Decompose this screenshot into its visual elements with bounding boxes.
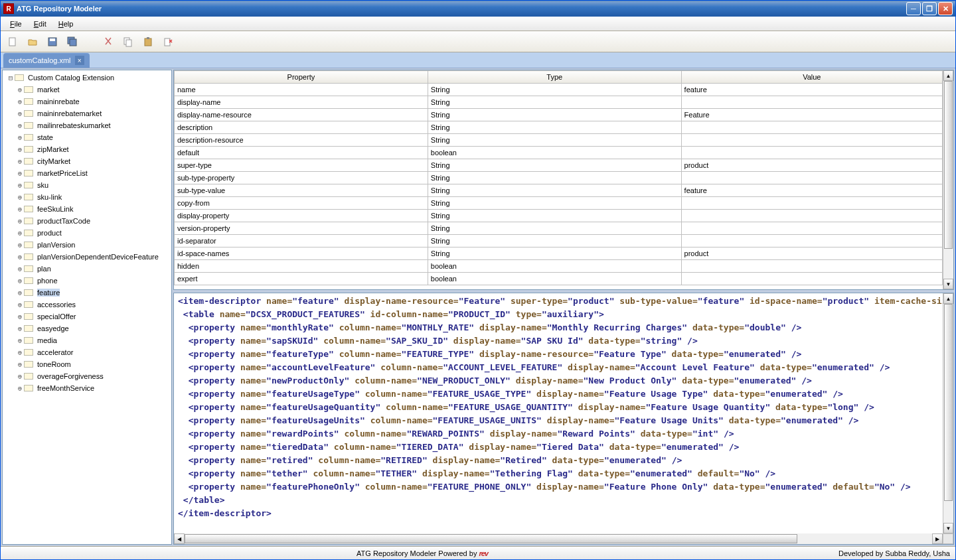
paste-icon[interactable] [141,35,155,48]
table-row[interactable]: id-separatorString [175,235,943,247]
source-line[interactable]: <property name="rewardPoints" column-nam… [178,427,939,441]
cell-type[interactable]: String [428,222,681,235]
tree-toggle-icon[interactable]: ⊕ [16,193,24,202]
tree-item-planVersion[interactable]: ⊕planVersion [13,239,170,251]
table-row[interactable]: sub-type-valueStringfeature [175,184,943,197]
cell-value[interactable] [681,235,942,247]
source-line[interactable]: <property name="tether" column-name="TET… [178,467,939,480]
table-row[interactable]: display-nameString [175,96,943,109]
menu-file[interactable]: File [5,19,27,29]
cell-value[interactable] [681,222,942,235]
close-button[interactable]: ✕ [938,2,953,15]
source-line[interactable]: <property name="accountLevelFeature" col… [178,361,939,374]
cell-type[interactable]: boolean [428,273,681,285]
tree-item-toneRoom[interactable]: ⊕toneRoom [13,358,170,370]
cell-value[interactable]: Feature [681,109,942,121]
cell-property[interactable]: display-property [175,210,428,222]
tree-item-media[interactable]: ⊕media [13,334,170,346]
cell-property[interactable]: description [175,121,428,134]
menu-help[interactable]: Help [53,19,79,29]
cell-property[interactable]: sub-type-property [175,172,428,184]
tree-toggle-icon[interactable]: ⊕ [16,157,24,166]
source-line[interactable]: <property name="sapSKUId" column-name="S… [178,334,939,348]
copy-icon[interactable] [121,35,135,48]
col-value[interactable]: Value [681,71,942,84]
source-line[interactable]: <property name="tieredData" column-name=… [178,441,939,454]
tree-toggle-icon[interactable]: ⊕ [16,372,24,381]
tree-item-overageForgiveness[interactable]: ⊕overageForgiveness [13,370,170,382]
tree-item-sku[interactable]: ⊕sku [13,179,170,191]
tree-toggle-icon[interactable]: ⊕ [16,277,24,285]
tree-toggle-icon[interactable]: ⊕ [16,181,24,190]
scroll-down-icon[interactable]: ▼ [943,279,953,289]
cell-property[interactable]: display-name [175,96,428,109]
table-row[interactable]: expertboolean [175,273,943,285]
col-property[interactable]: Property [175,71,428,84]
cell-type[interactable]: String [428,134,681,147]
cell-property[interactable]: sub-type-value [175,184,428,197]
table-row[interactable]: descriptionString [175,121,943,134]
tree-item-sku-link[interactable]: ⊕sku-link [13,191,170,203]
tree-toggle-icon[interactable]: ⊕ [16,205,24,214]
tree-toggle-icon[interactable]: ⊕ [16,313,24,321]
source-line[interactable]: <property name="monthlyRate" column-name… [178,321,939,334]
cell-type[interactable]: String [428,172,681,184]
table-row[interactable]: sub-type-propertyString [175,172,943,184]
cell-type[interactable]: boolean [428,260,681,273]
cell-type[interactable]: String [428,210,681,222]
cell-value[interactable] [681,197,942,210]
cell-property[interactable]: default [175,147,428,159]
cell-type[interactable]: String [428,109,681,121]
tree-item-freeMonthService[interactable]: ⊕freeMonthService [13,382,170,394]
cell-value[interactable] [681,96,942,109]
tab-customcatalog[interactable]: customCatalog.xml × [3,53,90,68]
tree-item-accessories[interactable]: ⊕accessories [13,299,170,311]
cell-value[interactable]: feature [681,84,942,96]
cell-value[interactable]: feature [681,184,942,197]
source-line[interactable]: <property name="featureUsageUnits" colum… [178,414,939,427]
tree-toggle-icon[interactable]: ⊕ [16,241,24,249]
tree-toggle-icon[interactable]: ⊕ [16,324,24,333]
tree-toggle-icon[interactable]: ⊕ [16,265,24,273]
tree-root-item[interactable]: ⊟ Custom Catalog Extension [4,72,170,84]
tree-item-planVersionDependentDeviceFeature[interactable]: ⊕planVersionDependentDeviceFeature [13,251,170,263]
source-vscrollbar[interactable]: ▲ ▼ [943,293,953,533]
source-line[interactable]: <property name="featureUsageQuantity" co… [178,401,939,414]
col-type[interactable]: Type [428,71,681,84]
tree-item-maininrebatemarket[interactable]: ⊕maininrebatemarket [13,107,170,119]
tree-toggle-icon[interactable]: ⊕ [16,133,24,142]
tree-toggle-icon[interactable]: ⊟ [7,74,15,82]
cell-property[interactable]: hidden [175,260,428,273]
tree-item-marketPriceList[interactable]: ⊕marketPriceList [13,167,170,179]
tree-toggle-icon[interactable]: ⊕ [16,109,24,118]
tree-item-product[interactable]: ⊕product [13,227,170,239]
table-row[interactable]: id-space-namesStringproduct [175,247,943,260]
scroll-up-icon[interactable]: ▲ [943,70,953,81]
tree-item-zipMarket[interactable]: ⊕zipMarket [13,143,170,155]
tree-item-feature[interactable]: ⊕feature [13,287,170,299]
cell-value[interactable]: product [681,159,942,172]
tab-close-icon[interactable]: × [75,56,84,65]
delete-icon[interactable] [161,35,175,48]
cell-value[interactable] [681,210,942,222]
source-line[interactable]: <property name="featurePhoneOnly" column… [178,480,939,494]
source-line[interactable]: <property name="featureType" column-name… [178,348,939,361]
cell-type[interactable]: String [428,84,681,96]
cell-type[interactable]: String [428,96,681,109]
tree-item-productTaxCode[interactable]: ⊕productTaxCode [13,215,170,227]
tree-toggle-icon[interactable]: ⊕ [16,217,24,226]
tree-toggle-icon[interactable]: ⊕ [16,301,24,309]
cell-value[interactable] [681,260,942,273]
table-row[interactable]: description-resourceString [175,134,943,147]
save-all-icon[interactable] [66,35,79,48]
tree-toggle-icon[interactable]: ⊕ [16,169,24,178]
source-hscrollbar[interactable]: ◀ ▶ [174,533,943,544]
new-icon[interactable] [6,35,19,48]
xml-source-view[interactable]: <item-descriptor name="feature" display-… [174,293,943,533]
open-icon[interactable] [26,35,39,48]
tree-item-state[interactable]: ⊕state [13,131,170,143]
scroll-left-icon[interactable]: ◀ [174,533,185,544]
tree-item-accelerator[interactable]: ⊕accelerator [13,346,170,358]
scroll-down-icon[interactable]: ▼ [943,523,953,533]
table-vscrollbar[interactable]: ▲ ▼ [943,70,953,289]
